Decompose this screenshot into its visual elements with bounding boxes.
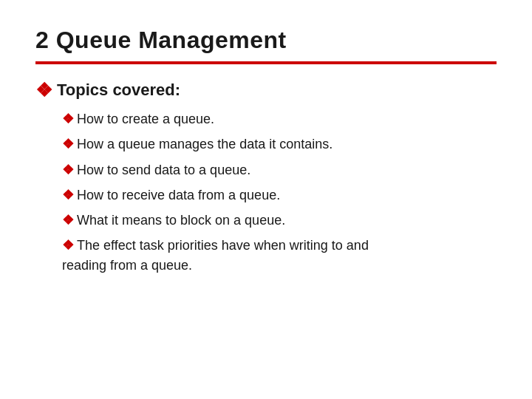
v-bullet-icon: ❖: [62, 161, 74, 179]
bullet-continuation: reading from a queue.: [62, 256, 192, 274]
bullet-text: What it means to block on a queue.: [77, 211, 285, 229]
bullet-text: How to send data to a queue.: [77, 161, 250, 179]
list-item: ❖ How to receive data from a queue.: [62, 186, 497, 204]
list-item: ❖ How a queue manages the data it contai…: [62, 135, 497, 153]
v-bullet-icon: ❖: [62, 110, 74, 128]
topics-header: ❖ Topics covered:: [35, 81, 497, 100]
topics-label: Topics covered:: [57, 81, 180, 100]
bullet-text: How to receive data from a queue.: [77, 186, 280, 204]
slide-title: 2 Queue Management: [35, 27, 497, 54]
slide: 2 Queue Management ❖ Topics covered: ❖ H…: [0, 0, 532, 399]
v-bullet-icon: ❖: [62, 186, 74, 204]
list-item: ❖ What it means to block on a queue.: [62, 211, 497, 229]
v-bullet-icon: ❖: [62, 236, 74, 254]
bullet-text: How to create a queue.: [77, 110, 214, 128]
bullet-list: ❖ How to create a queue. ❖ How a queue m…: [35, 110, 497, 274]
red-divider: [35, 61, 497, 64]
v-bullet-icon: ❖: [62, 211, 74, 229]
bullet-text: The effect task priorities have when wri…: [77, 236, 369, 254]
list-item: ❖ How to create a queue.: [62, 110, 497, 128]
bullet-text: How a queue manages the data it contains…: [77, 135, 332, 153]
z-bullet-icon: ❖: [35, 81, 52, 100]
v-bullet-icon: ❖: [62, 135, 74, 153]
list-item: ❖ How to send data to a queue.: [62, 161, 497, 179]
list-item: ❖ The effect task priorities have when w…: [62, 236, 497, 274]
